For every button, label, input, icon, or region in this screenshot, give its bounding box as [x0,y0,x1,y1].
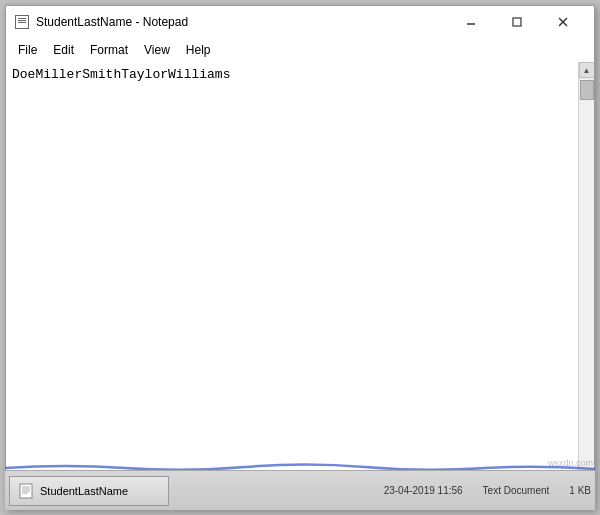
text-editor[interactable] [6,62,578,493]
minimize-button[interactable] [448,7,494,37]
svg-rect-1 [513,18,521,26]
maximize-button[interactable] [494,7,540,37]
menu-help[interactable]: Help [178,39,219,61]
menu-edit[interactable]: Edit [45,39,82,61]
scroll-track-vertical[interactable] [579,78,595,477]
menu-format[interactable]: Format [82,39,136,61]
vertical-scrollbar[interactable]: ▲ ▼ [578,62,594,493]
menu-view[interactable]: View [136,39,178,61]
editor-area: ▲ ▼ [6,62,594,493]
notepad-app-icon [14,14,30,30]
minimize-icon [466,17,476,27]
close-button[interactable] [540,7,586,37]
taskbar-type: Text Document [483,485,550,496]
title-bar: StudentLastName - Notepad [6,6,594,38]
menu-file[interactable]: File [10,39,45,61]
close-icon [558,17,568,27]
title-bar-left: StudentLastName - Notepad [14,14,188,30]
maximize-icon [512,17,522,27]
taskbar-notepad-icon [18,483,34,499]
window-title: StudentLastName - Notepad [36,15,188,29]
scroll-thumb-vertical[interactable] [580,80,594,100]
scroll-up-arrow[interactable]: ▲ [579,62,595,78]
taskbar-file-name: StudentLastName [40,485,128,497]
notepad-window: StudentLastName - Notepad [5,5,595,510]
taskbar-date: 23-04-2019 11:56 [384,485,463,496]
taskbar: StudentLastName 23-04-2019 11:56 Text Do… [5,470,595,510]
taskbar-metadata: 23-04-2019 11:56 Text Document 1 KB [384,485,591,496]
menu-bar: File Edit Format View Help [6,38,594,62]
taskbar-item[interactable]: StudentLastName [9,476,169,506]
window-controls [448,7,586,37]
taskbar-size: 1 KB [569,485,591,496]
